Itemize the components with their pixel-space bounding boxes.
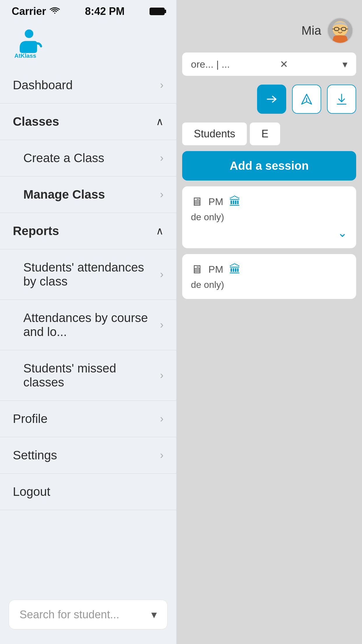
right-panel: Mia ore... | ... ✕ ▾ — [176, 0, 362, 644]
dashboard-label: Dashboard — [13, 78, 73, 92]
battery-icon — [150, 8, 165, 15]
session-card-2: 🖥 PM 🏛 de only) — [182, 254, 356, 299]
logo-area: AtKlass — [0, 20, 176, 67]
reports-label: Reports — [13, 224, 59, 238]
attendance-course-label: Attendances by course and lo... — [23, 311, 160, 339]
session-note-1: de only) — [191, 212, 347, 223]
create-class-chevron: › — [160, 152, 164, 164]
reports-chevron-up: ∧ — [156, 225, 164, 237]
students-tab[interactable]: Students — [182, 123, 247, 145]
carrier-label: Carrier — [12, 5, 46, 18]
nav-attendance-course[interactable]: Attendances by course and lo... › — [0, 300, 176, 350]
classes-chevron-up: ∧ — [156, 116, 164, 128]
nav-logout[interactable]: Logout — [0, 474, 176, 510]
time-label: 8:42 PM — [85, 5, 125, 18]
session-expand-1[interactable]: ⌄ — [338, 226, 347, 239]
search-area: Search for student... ▾ — [0, 591, 176, 644]
search-chevron-down: ▾ — [151, 608, 157, 621]
students-attendance-label: Students' attendances by class — [23, 260, 160, 288]
chevron-down-icon[interactable]: ▾ — [342, 58, 347, 70]
settings-label: Settings — [13, 448, 57, 462]
svg-text:AtKlass: AtKlass — [14, 52, 36, 58]
user-name-label: Mia — [301, 24, 321, 38]
search-box[interactable]: Search for student... ▾ — [9, 600, 168, 629]
nav-students-attendance[interactable]: Students' attendances by class › — [0, 249, 176, 300]
right-header: Mia — [176, 0, 362, 50]
settings-chevron: › — [160, 449, 164, 461]
students-attendance-chevron: › — [160, 268, 164, 281]
bank-icon-2: 🏛 — [229, 263, 241, 276]
manage-class-chevron: › — [160, 188, 164, 201]
sidebar: Carrier 8:42 PM AtKlass — [0, 0, 176, 644]
nav-dashboard[interactable]: Dashboard › — [0, 67, 176, 104]
atklass-logo: AtKlass — [12, 26, 44, 58]
monitor-icon: 🖥 — [191, 195, 203, 208]
primary-action-button[interactable] — [257, 85, 286, 114]
nav-manage-class[interactable]: Manage Class › — [0, 176, 176, 213]
add-session-button[interactable]: Add a session — [182, 151, 356, 181]
nav-reports-header[interactable]: Reports ∧ — [0, 213, 176, 249]
extra-tab[interactable]: E — [250, 123, 280, 145]
tabs-row: Students E — [176, 123, 362, 145]
nav-list: Dashboard › Classes ∧ Create a Class › M… — [0, 67, 176, 591]
nav-profile[interactable]: Profile › — [0, 401, 176, 437]
missed-classes-label: Students' missed classes — [23, 361, 160, 389]
nav-classes-header[interactable]: Classes ∧ — [0, 104, 176, 140]
wifi-icon — [50, 6, 60, 17]
nav-missed-classes[interactable]: Students' missed classes › — [0, 350, 176, 401]
attendance-course-chevron: › — [160, 319, 164, 331]
status-left: Carrier — [12, 5, 60, 18]
send-button[interactable] — [292, 85, 321, 114]
search-placeholder: Search for student... — [20, 608, 119, 621]
session-card-1: 🖥 PM 🏛 de only) ⌄ — [182, 186, 356, 248]
monitor-icon-2: 🖥 — [191, 263, 203, 276]
create-class-label: Create a Class — [23, 151, 104, 165]
right-action-buttons — [176, 79, 362, 120]
status-bar: Carrier 8:42 PM — [0, 0, 176, 20]
manage-class-label: Manage Class — [23, 188, 105, 202]
dashboard-chevron: › — [160, 79, 164, 91]
profile-chevron: › — [160, 413, 164, 425]
search-bar-text: ore... | ... — [191, 59, 230, 70]
session-time-2: PM — [208, 264, 223, 275]
nav-create-class[interactable]: Create a Class › — [0, 140, 176, 176]
session-note-2: de only) — [191, 279, 347, 290]
avatar — [327, 18, 353, 44]
logout-label: Logout — [13, 485, 50, 499]
right-search-bar[interactable]: ore... | ... ✕ ▾ — [182, 52, 356, 76]
missed-classes-chevron: › — [160, 369, 164, 382]
session-time-1: PM — [208, 196, 223, 207]
profile-label: Profile — [13, 412, 48, 426]
classes-label: Classes — [13, 115, 59, 129]
svg-point-9 — [25, 29, 33, 38]
avatar-illustration — [328, 18, 352, 44]
close-icon[interactable]: ✕ — [280, 58, 288, 70]
download-button[interactable] — [327, 85, 356, 114]
bank-icon-1: 🏛 — [229, 195, 241, 208]
nav-settings[interactable]: Settings › — [0, 437, 176, 474]
